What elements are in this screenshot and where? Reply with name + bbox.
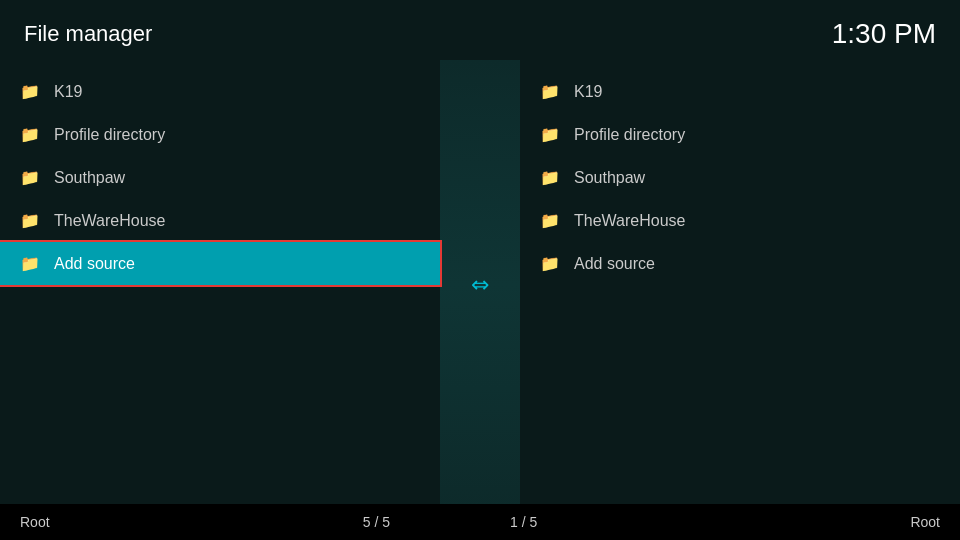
folder-icon: 📁 — [540, 254, 560, 273]
list-item[interactable]: 📁 K19 — [0, 70, 440, 113]
bottom-bar: Root 5 / 5 1 / 5 Root — [0, 504, 960, 540]
item-label: K19 — [574, 83, 602, 101]
left-counter: 5 / 5 — [363, 514, 390, 530]
folder-icon: 📁 — [540, 82, 560, 101]
item-label: TheWareHouse — [574, 212, 685, 230]
folder-icon: 📁 — [20, 82, 40, 101]
right-counter: 1 / 5 — [510, 514, 537, 530]
item-label: K19 — [54, 83, 82, 101]
bottom-right: 1 / 5 Root — [490, 514, 960, 530]
list-item[interactable]: 📁 Profile directory — [0, 113, 440, 156]
transfer-icon: ⇔ — [471, 272, 489, 298]
item-label: Southpaw — [54, 169, 125, 187]
item-label: TheWareHouse — [54, 212, 165, 230]
bottom-left: Root 5 / 5 — [0, 514, 410, 530]
left-panel: 📁 K19 📁 Profile directory 📁 Southpaw 📁 T… — [0, 60, 440, 510]
folder-icon: 📁 — [540, 125, 560, 144]
center-column: ⇔ — [440, 60, 520, 510]
item-label: Profile directory — [574, 126, 685, 144]
right-panel: 📁 K19 📁 Profile directory 📁 Southpaw 📁 T… — [520, 60, 960, 510]
list-item[interactable]: 📁 Southpaw — [0, 156, 440, 199]
app-title: File manager — [24, 21, 152, 47]
folder-icon-selected: 📁 — [20, 254, 40, 273]
folder-icon: 📁 — [540, 211, 560, 230]
item-label: Add source — [54, 255, 135, 273]
left-root-label: Root — [20, 514, 50, 530]
list-item[interactable]: 📁 K19 — [520, 70, 960, 113]
folder-icon: 📁 — [540, 168, 560, 187]
folder-icon: 📁 — [20, 125, 40, 144]
folder-icon: 📁 — [20, 211, 40, 230]
list-item[interactable]: 📁 Southpaw — [520, 156, 960, 199]
add-source-item-left[interactable]: 📁 Add source — [0, 242, 440, 285]
clock: 1:30 PM — [832, 18, 936, 50]
folder-icon: 📁 — [20, 168, 40, 187]
add-source-item-right[interactable]: 📁 Add source — [520, 242, 960, 285]
item-label: Profile directory — [54, 126, 165, 144]
list-item[interactable]: 📁 TheWareHouse — [0, 199, 440, 242]
item-label: Add source — [574, 255, 655, 273]
item-label: Southpaw — [574, 169, 645, 187]
top-bar: File manager 1:30 PM — [0, 0, 960, 60]
right-root-label: Root — [910, 514, 940, 530]
list-item[interactable]: 📁 Profile directory — [520, 113, 960, 156]
list-item[interactable]: 📁 TheWareHouse — [520, 199, 960, 242]
main-content: 📁 K19 📁 Profile directory 📁 Southpaw 📁 T… — [0, 60, 960, 510]
